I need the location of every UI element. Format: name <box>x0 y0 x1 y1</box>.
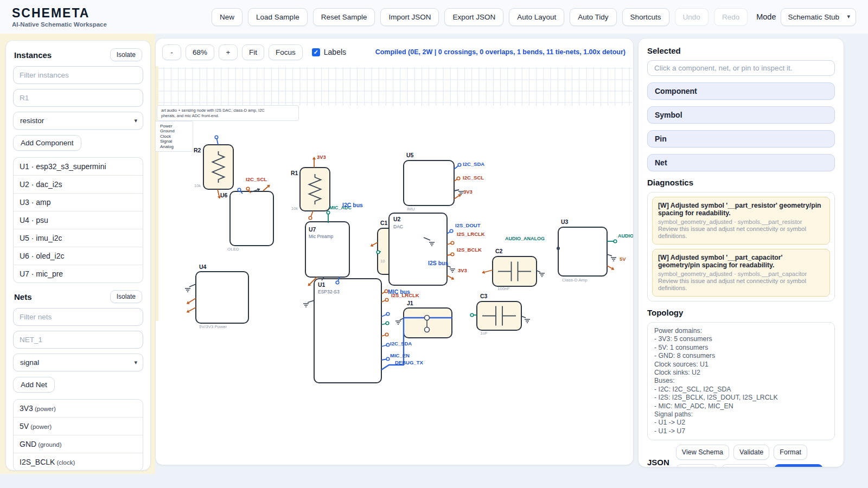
pin-stub[interactable] <box>373 242 378 245</box>
instance-item-u4[interactable]: U4 · psu <box>14 211 143 229</box>
zoom-in-button[interactable]: + <box>219 44 238 60</box>
copy-repro-button[interactable]: Copy Repro <box>722 464 770 467</box>
net-item-gnd[interactable]: GND(ground) <box>14 435 143 453</box>
net-label[interactable]: I2S_LRCLK <box>457 231 485 237</box>
section-net[interactable]: Net <box>647 154 835 171</box>
instance-item-u7[interactable]: U7 · mic_pre <box>14 265 143 282</box>
instances-isolate-button[interactable]: Isolate <box>110 48 142 61</box>
pin-stub[interactable] <box>308 300 314 303</box>
section-component[interactable]: Component <box>647 82 835 100</box>
focus-button[interactable]: Focus <box>269 44 303 60</box>
auto-tidy-button[interactable]: Auto Tidy <box>570 8 616 26</box>
component-U5[interactable] <box>404 160 454 206</box>
instance-item-u3[interactable]: U3 · amp <box>14 193 143 211</box>
import-json-button[interactable]: Import JSON <box>380 8 439 26</box>
schematic-canvas[interactable]: R210kU6OLEDI2C_SCLR110k3V3U7Mic PreampMI… <box>156 66 634 465</box>
net-label[interactable]: I2C_SCL <box>463 175 484 181</box>
nets-filter-input[interactable] <box>13 308 143 326</box>
load-sample-button[interactable]: Load Sample <box>248 8 308 26</box>
diagnostic-card-resistor[interactable]: [W] Adjusted symbol '__part_resistor' ge… <box>652 197 830 245</box>
labels-checkbox[interactable]: ✓ <box>312 48 320 56</box>
net-label[interactable]: I2S_BCLK <box>457 247 482 253</box>
pin-stub[interactable] <box>189 284 196 287</box>
pin[interactable] <box>386 357 390 361</box>
view-schema-button[interactable]: View Schema <box>676 445 729 460</box>
sort-keys-button[interactable]: Sort Keys <box>676 464 717 467</box>
export-json-button[interactable]: Export JSON <box>444 8 503 26</box>
net-label[interactable]: DEBUG_TX <box>395 359 423 365</box>
net-item-i2s-bclk[interactable]: I2S_BCLK(clock) <box>14 453 143 471</box>
pin-stub[interactable] <box>218 189 219 196</box>
pin[interactable] <box>386 343 390 346</box>
net-label[interactable]: 3V3 <box>463 189 473 195</box>
instance-item-u1[interactable]: U1 · esp32_s3_supermini <box>14 158 143 175</box>
net-label[interactable]: I2C_SCL <box>246 176 267 182</box>
pin-stub[interactable] <box>607 254 612 256</box>
pin[interactable] <box>450 229 453 233</box>
net-label[interactable]: 3V3 <box>458 267 467 273</box>
component-U3[interactable] <box>558 227 607 276</box>
pin[interactable] <box>336 281 339 284</box>
pin[interactable] <box>614 240 617 243</box>
net-label[interactable]: 5V <box>620 256 626 262</box>
net-label[interactable]: I2C_SDA <box>390 341 412 346</box>
pin[interactable] <box>327 211 330 214</box>
pin-stub[interactable] <box>484 270 493 272</box>
add-net-button[interactable]: Add Net <box>13 377 55 393</box>
reset-sample-button[interactable]: Reset Sample <box>313 8 375 26</box>
pin[interactable] <box>457 177 460 180</box>
component-U6[interactable] <box>230 191 273 246</box>
instance-item-u5[interactable]: U5 · imu_i2c <box>14 229 143 247</box>
net-label[interactable]: I2S_DOUT <box>455 222 481 228</box>
pin-stub[interactable] <box>189 298 196 303</box>
net-item-3v3[interactable]: 3V3(power) <box>14 400 143 417</box>
instances-filter-input[interactable] <box>13 66 143 84</box>
component-U4[interactable] <box>196 272 248 323</box>
pin[interactable] <box>385 290 388 293</box>
net-label[interactable]: I2C_SDA <box>463 161 484 167</box>
net-label[interactable]: AUDIO_ANAL <box>618 233 634 239</box>
pin-stub[interactable] <box>447 275 452 278</box>
pin[interactable] <box>451 253 454 256</box>
net-label[interactable]: AUDIO_ANALOG <box>505 236 545 241</box>
mode-select[interactable]: Schematic Stub ▾ <box>781 8 856 26</box>
undo-button[interactable]: Undo <box>675 8 709 26</box>
pin[interactable] <box>385 333 388 336</box>
fit-button[interactable]: Fit <box>242 44 264 60</box>
pin[interactable] <box>385 298 388 301</box>
net-label[interactable]: 3V3 <box>317 154 326 160</box>
labels-toggle[interactable]: ✓ Labels <box>312 48 346 56</box>
section-pin[interactable]: Pin <box>647 130 835 147</box>
pin[interactable] <box>386 312 390 316</box>
pin[interactable] <box>458 163 461 166</box>
pin-stub[interactable] <box>521 316 526 318</box>
component-ref-input[interactable] <box>13 89 143 107</box>
bus-label[interactable]: I2S bus <box>428 260 449 266</box>
pin[interactable] <box>246 187 250 190</box>
pin-stub[interactable] <box>607 266 612 268</box>
pin[interactable] <box>376 251 380 254</box>
pin[interactable] <box>451 241 454 245</box>
pin-stub[interactable] <box>537 271 540 272</box>
component-J1[interactable] <box>404 308 452 338</box>
zoom-level-button[interactable]: 68% <box>186 44 214 60</box>
format-button[interactable]: Format <box>774 445 807 460</box>
validate-button[interactable]: Validate <box>733 445 769 460</box>
add-component-button[interactable]: Add Component <box>13 135 81 151</box>
net-type-select[interactable]: signal ▾ <box>13 354 143 371</box>
pin[interactable] <box>386 322 389 325</box>
section-symbol[interactable]: Symbol <box>647 106 835 124</box>
pin-stub[interactable] <box>189 307 196 311</box>
pin-stub[interactable] <box>263 187 268 191</box>
instance-item-u6[interactable]: U6 · oled_i2c <box>14 247 143 265</box>
nets-isolate-button[interactable]: Isolate <box>110 290 142 303</box>
redo-button[interactable]: Redo <box>714 8 748 26</box>
bus-label[interactable]: I2C bus <box>342 202 363 208</box>
pin-stub[interactable] <box>454 190 459 191</box>
pin[interactable] <box>470 313 474 317</box>
pin[interactable] <box>215 136 218 139</box>
auto-layout-button[interactable]: Auto Layout <box>509 8 564 26</box>
pin[interactable] <box>309 216 312 220</box>
pin-stub[interactable] <box>454 196 459 199</box>
zoom-out-button[interactable]: - <box>162 44 181 60</box>
